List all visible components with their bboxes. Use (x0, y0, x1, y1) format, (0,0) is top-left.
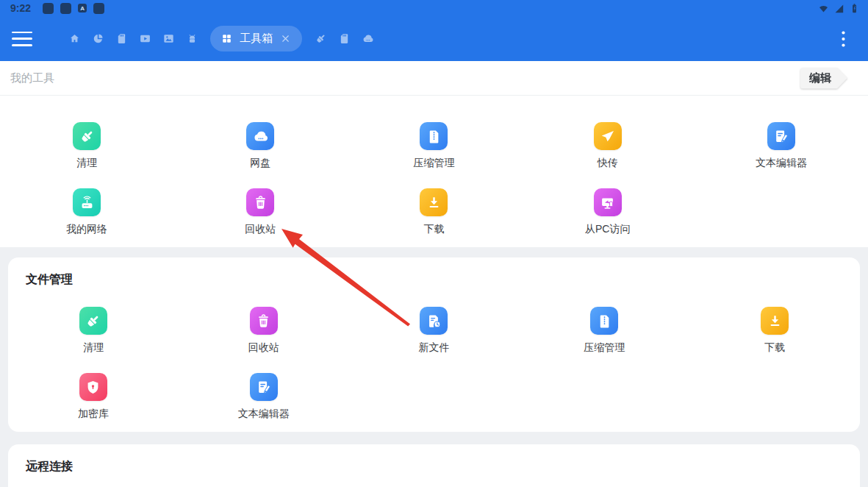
tab-home-icon[interactable] (65, 29, 84, 49)
tool-item[interactable]: 从PC访问 (521, 177, 695, 243)
trash-icon (246, 188, 274, 216)
tool-item[interactable]: 清理 (8, 295, 179, 361)
grid-icon (221, 33, 232, 44)
tool-label: 回收站 (248, 341, 279, 354)
close-icon[interactable] (280, 33, 291, 44)
download-icon (420, 188, 448, 216)
tab-cloud-icon[interactable] (358, 29, 377, 49)
my-tools-grid: 清理网盘压缩管理快传文本编辑器我的网络回收站下载从PC访问 (0, 96, 868, 243)
app-notification-a-icon: A (78, 4, 87, 13)
tool-item[interactable]: 下载 (347, 177, 520, 243)
file-management-grid: 清理回收站新文件压缩管理下载加密库文本编辑器 (8, 286, 860, 427)
tool-label: 加密库 (78, 408, 109, 420)
wifi-icon (817, 2, 830, 15)
tab-pie-chart-icon[interactable] (88, 29, 107, 49)
tool-label: 回收站 (245, 223, 276, 235)
tool-label: 从PC访问 (585, 223, 630, 235)
vault-icon (79, 373, 107, 401)
tab-sdcard-icon[interactable] (334, 29, 354, 49)
zip-icon (420, 122, 448, 150)
tab-android-icon[interactable] (182, 29, 201, 49)
status-right-icons (817, 2, 861, 15)
app-notification-icon (93, 3, 104, 14)
tool-label: 下载 (764, 341, 785, 354)
my-tools-header: 我的工具 编辑 (0, 61, 868, 96)
tool-item[interactable]: 回收站 (179, 295, 349, 361)
tool-item[interactable]: 压缩管理 (347, 110, 520, 177)
tool-label: 文本编辑器 (238, 408, 290, 420)
active-tab-label: 工具箱 (240, 32, 273, 46)
editdoc-icon (250, 373, 278, 401)
tool-label: 清理 (76, 157, 97, 169)
tool-label: 我的网络 (66, 223, 107, 235)
newfile-icon (420, 307, 448, 335)
status-time: 9:22 (10, 2, 31, 14)
cloud-icon (246, 122, 274, 150)
zip-icon (590, 307, 618, 335)
app-notification-icon (60, 3, 71, 14)
tool-item[interactable]: 清理 (0, 110, 173, 177)
tool-item[interactable]: 回收站 (173, 177, 347, 243)
trash-icon (250, 307, 278, 335)
tool-label: 新文件 (418, 341, 449, 354)
tab-video-icon[interactable] (135, 29, 154, 49)
tab-brush-icon[interactable] (311, 29, 330, 49)
brush-icon (79, 307, 107, 335)
editdoc-icon (767, 122, 795, 150)
tool-item[interactable]: 网盘 (173, 110, 347, 177)
tab-strip: 工具箱 (65, 26, 377, 51)
active-tab-toolbox[interactable]: 工具箱 (210, 26, 302, 51)
toolbar: 工具箱 (0, 16, 868, 61)
notification-icons: A (43, 3, 104, 14)
tool-label: 压缩管理 (584, 341, 625, 354)
section-title: 文件管理 (8, 257, 860, 286)
signal-icon (833, 2, 845, 15)
remote-connection-card: 远程连接 (8, 444, 860, 487)
tool-label: 下载 (423, 223, 444, 235)
tool-item[interactable]: 压缩管理 (519, 295, 689, 361)
edit-button[interactable]: 编辑 (800, 68, 847, 89)
tool-label: 压缩管理 (413, 157, 454, 169)
tool-item[interactable]: 文本编辑器 (695, 110, 868, 177)
download-icon (761, 307, 789, 335)
tab-image-icon[interactable] (159, 29, 178, 49)
three-dot-menu-icon[interactable] (834, 29, 852, 49)
tool-label: 网盘 (250, 157, 270, 169)
pc-icon (594, 188, 622, 216)
tool-item[interactable]: 下载 (689, 295, 860, 361)
file-management-card: 文件管理 清理回收站新文件压缩管理下载加密库文本编辑器 (8, 257, 860, 432)
hamburger-menu-icon[interactable] (12, 32, 32, 46)
tool-item[interactable]: 快传 (521, 110, 695, 177)
page-title: 我的工具 (10, 71, 54, 85)
plane-icon (594, 122, 622, 150)
tool-label: 快传 (598, 157, 618, 169)
battery-charging-icon (848, 2, 861, 15)
status-bar: 9:22 A (0, 0, 868, 16)
section-title: 远程连接 (8, 444, 860, 473)
tool-label: 文本编辑器 (756, 157, 807, 169)
tab-sdcard-icon[interactable] (112, 29, 131, 49)
tool-item[interactable]: 加密库 (8, 361, 179, 427)
tool-label: 清理 (83, 341, 104, 354)
edit-button-label: 编辑 (800, 68, 847, 89)
tool-item[interactable]: 我的网络 (0, 177, 173, 243)
my-tools-section: 我的工具 编辑 清理网盘压缩管理快传文本编辑器我的网络回收站下载从PC访问 (0, 61, 868, 247)
screen: 9:22 A 工具箱 我的工具 编辑 清理网盘压缩管理快传文本编辑器我的网络回收… (0, 0, 868, 487)
brush-icon (73, 122, 101, 150)
router-icon (73, 188, 101, 216)
app-notification-icon (43, 3, 54, 14)
tool-item[interactable]: 文本编辑器 (179, 361, 349, 427)
tool-item[interactable]: 新文件 (349, 295, 520, 361)
